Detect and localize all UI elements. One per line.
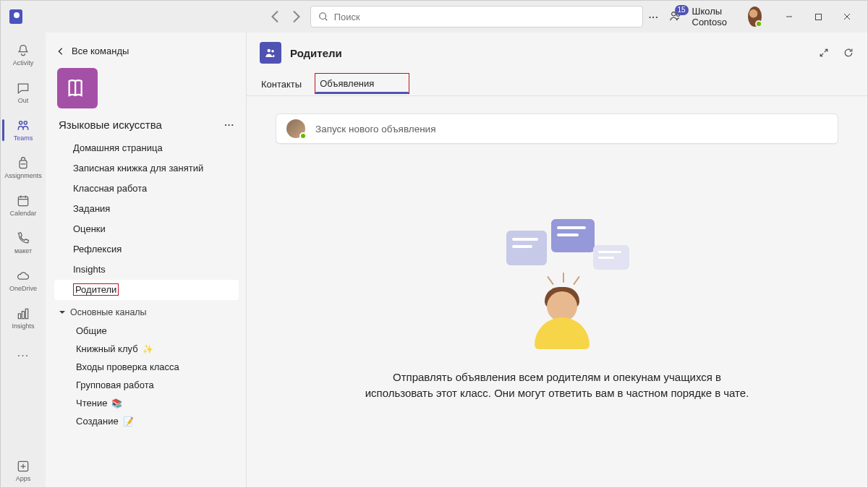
svg-rect-10 bbox=[25, 309, 27, 318]
window-close-button[interactable] bbox=[833, 6, 861, 27]
empty-illustration bbox=[485, 223, 629, 354]
refresh-icon[interactable] bbox=[843, 47, 854, 59]
sub-channel-label: Книжный клуб bbox=[76, 343, 138, 354]
empty-state: Отправлять объявления всем родителям и о… bbox=[276, 223, 838, 401]
compose-placeholder: Запуск нового объявления bbox=[315, 124, 435, 134]
title-bar: ··· 15 Школы Contoso bbox=[1, 1, 867, 33]
sub-channel-item[interactable]: Входы проверка класса bbox=[54, 358, 239, 376]
tab-announcements[interactable]: Объявления bbox=[315, 73, 409, 94]
rail-label: Assignments bbox=[4, 172, 42, 179]
svg-rect-8 bbox=[18, 314, 20, 319]
rail-label: Out bbox=[18, 97, 29, 104]
channel-item[interactable]: Рефлексия bbox=[54, 239, 239, 260]
more-options-button[interactable]: ··· bbox=[649, 12, 659, 22]
channel-item-parents[interactable]: Родители bbox=[54, 280, 239, 300]
chat-icon bbox=[16, 81, 30, 95]
rail-activity[interactable]: Activity bbox=[4, 37, 43, 73]
parents-app-icon bbox=[260, 42, 281, 64]
chevron-left-icon bbox=[56, 46, 66, 56]
rail-label: Insights bbox=[12, 322, 34, 330]
channel-item[interactable]: Задания bbox=[54, 199, 239, 219]
cloud-icon bbox=[16, 269, 30, 283]
rail-label: Apps bbox=[16, 475, 31, 482]
rail-calls[interactable]: макет bbox=[4, 225, 43, 261]
notification-badge: 15 bbox=[675, 5, 689, 15]
empty-line-2: использовать этот класс. Они могут ответ… bbox=[365, 385, 749, 401]
nav-forward-button[interactable] bbox=[287, 8, 305, 25]
back-all-teams[interactable]: Все команды bbox=[54, 43, 239, 64]
sparkle-icon: ✨ bbox=[142, 344, 153, 354]
apps-icon bbox=[16, 459, 30, 474]
rail-teams[interactable]: Teams bbox=[4, 112, 43, 148]
backpack-icon bbox=[16, 156, 30, 171]
svg-point-12 bbox=[268, 49, 271, 53]
channel-item[interactable]: Insights bbox=[54, 260, 239, 280]
team-sidebar: Все команды Языковые искусства ··· Домаш… bbox=[46, 33, 247, 488]
rail-chat[interactable]: Out bbox=[4, 74, 43, 111]
chevron-down-icon bbox=[59, 309, 66, 316]
rail-calendar[interactable]: Calendar bbox=[4, 187, 43, 223]
search-icon bbox=[318, 12, 328, 22]
sub-channel-label: Общие bbox=[76, 325, 107, 336]
sub-channel-item[interactable]: Групповая работа bbox=[54, 376, 239, 394]
expand-icon[interactable] bbox=[818, 47, 830, 59]
rail-label: макет bbox=[14, 247, 32, 254]
rail-label: Teams bbox=[14, 134, 33, 142]
rail-apps[interactable]: Apps bbox=[4, 453, 43, 488]
sub-channel-item[interactable]: Создание📝 bbox=[54, 412, 239, 430]
speech-bubble-icon bbox=[593, 245, 629, 270]
search-field[interactable] bbox=[334, 12, 635, 22]
nav-back-button[interactable] bbox=[267, 8, 284, 25]
page-header: Родители bbox=[247, 33, 867, 73]
channel-item[interactable]: Классная работа bbox=[54, 179, 239, 199]
sub-channel-label: Создание bbox=[76, 416, 119, 427]
sub-channel-item[interactable]: Общие bbox=[54, 322, 239, 340]
rail-assignments[interactable]: Assignments bbox=[4, 150, 43, 186]
channel-item[interactable]: Оценки bbox=[54, 219, 239, 239]
svg-point-5 bbox=[24, 121, 27, 124]
sub-channel-label: Чтение bbox=[76, 398, 107, 408]
channel-label: Родители bbox=[73, 283, 119, 296]
calendar-icon bbox=[16, 194, 30, 208]
section-label: Основные каналы bbox=[70, 307, 147, 317]
team-avatar[interactable] bbox=[57, 68, 98, 108]
rail-label: Activity bbox=[13, 59, 34, 67]
sub-channel-label: Групповая работа bbox=[76, 380, 154, 390]
more-icon: ··· bbox=[17, 349, 29, 362]
team-name: Языковые искусства bbox=[59, 119, 162, 131]
books-icon: 📚 bbox=[111, 398, 122, 408]
svg-point-0 bbox=[319, 13, 326, 20]
presence-available-icon bbox=[755, 20, 762, 27]
notifications-button[interactable]: 15 bbox=[669, 9, 682, 25]
back-label: Все команды bbox=[72, 46, 129, 56]
tab-contacts[interactable]: Контакты bbox=[260, 73, 303, 95]
sub-channel-item[interactable]: Чтение📚 bbox=[54, 394, 239, 412]
teams-icon bbox=[16, 119, 30, 133]
rail-label: Calendar bbox=[10, 210, 37, 217]
svg-rect-3 bbox=[815, 14, 821, 20]
people-filled-icon bbox=[264, 46, 277, 59]
window-maximize-button[interactable] bbox=[804, 6, 833, 27]
presence-available-icon bbox=[299, 132, 307, 140]
sub-channel-item[interactable]: Книжный клуб✨ bbox=[54, 340, 239, 358]
rail-onedrive[interactable]: OneDrive bbox=[4, 262, 43, 299]
svg-point-4 bbox=[20, 121, 22, 124]
insights-icon bbox=[16, 307, 30, 321]
window-minimize-button[interactable] bbox=[775, 6, 804, 27]
rail-insights[interactable]: Insights bbox=[4, 300, 43, 336]
team-more-button[interactable]: ··· bbox=[224, 119, 234, 130]
channels-section-toggle[interactable]: Основные каналы bbox=[54, 300, 239, 322]
app-rail: Activity Out Teams Assignments Calendar … bbox=[1, 33, 46, 488]
rail-more[interactable]: ··· bbox=[4, 338, 43, 374]
channel-item[interactable]: Записная книжка для занятий bbox=[54, 158, 239, 179]
tab-bar: Контакты Объявления bbox=[247, 73, 867, 96]
note-icon: 📝 bbox=[123, 416, 134, 427]
user-avatar[interactable] bbox=[748, 7, 762, 27]
phone-icon bbox=[16, 231, 30, 246]
new-announcement-button[interactable]: Запуск нового объявления bbox=[276, 114, 838, 144]
svg-rect-7 bbox=[18, 197, 27, 206]
teams-logo-icon bbox=[9, 9, 22, 24]
svg-rect-9 bbox=[22, 312, 24, 319]
search-input[interactable] bbox=[310, 6, 643, 27]
channel-item[interactable]: Домашняя страница bbox=[54, 138, 239, 158]
